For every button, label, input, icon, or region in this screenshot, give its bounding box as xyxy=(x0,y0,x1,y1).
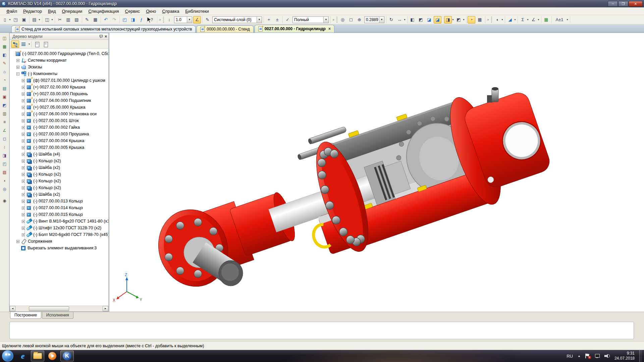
kompas-3d-taskbar-icon[interactable]: K xyxy=(60,351,74,361)
panel-tool-3-icon[interactable]: ◧ xyxy=(1,51,9,59)
menu-1[interactable]: Файл xyxy=(3,8,20,14)
expand-icon[interactable]: + xyxy=(22,220,25,223)
viewport-3d[interactable]: Z X Y xyxy=(109,33,644,312)
toolbar-overflow-chevron[interactable]: » xyxy=(486,16,490,23)
expand-icon[interactable]: + xyxy=(22,173,25,176)
close-panel-icon[interactable]: × xyxy=(105,35,107,38)
tree-horizontal-scrollbar[interactable]: ◄ ► xyxy=(10,306,108,311)
panel-tool-5-icon[interactable]: ⌂ xyxy=(1,68,9,76)
tree-item[interactable]: +(-) 0027.06.00.000 Установка оси xyxy=(10,111,108,117)
expand-icon[interactable]: + xyxy=(22,113,25,116)
toolbar-overflow-chevron[interactable]: » xyxy=(158,16,162,23)
cs-settings-button[interactable]: ± xyxy=(273,16,281,23)
expand-icon[interactable]: + xyxy=(22,160,25,163)
expand-icon[interactable]: + xyxy=(22,139,25,142)
start-button[interactable] xyxy=(2,350,13,362)
chevron-down-icon[interactable]: ▼ xyxy=(257,17,262,23)
menu-5[interactable]: Спецификация xyxy=(85,8,122,14)
tree-item[interactable]: +(-) Шайба (x4) xyxy=(10,151,108,158)
panel-tool-13-icon[interactable]: ◻ xyxy=(1,135,9,143)
scroll-left-icon[interactable]: ◄ xyxy=(10,306,15,311)
copy-properties-button[interactable]: ✎ xyxy=(83,16,91,23)
panel-tool-6-icon[interactable]: ◔ xyxy=(1,76,9,84)
tree-item[interactable]: +(-) Кольцо (x2) xyxy=(10,184,108,191)
panel-tool-4-icon[interactable]: ✎ xyxy=(1,59,9,67)
expand-icon[interactable]: + xyxy=(22,186,25,189)
close-button[interactable]: ✕ xyxy=(629,1,643,7)
tree-item[interactable]: +(-) Шайба (x2) xyxy=(10,164,108,171)
clock[interactable]: 9:31 24.07.2018 xyxy=(614,351,635,361)
panel-tool-1-icon[interactable]: ◫ xyxy=(1,34,9,42)
expand-icon[interactable]: + xyxy=(22,126,25,129)
volume-icon[interactable] xyxy=(604,354,610,358)
open-button[interactable]: ◳ xyxy=(12,16,19,23)
expand-icon[interactable]: + xyxy=(16,59,19,62)
panel-tool-14-icon[interactable]: ↕ xyxy=(1,143,9,151)
hide-objects-button[interactable]: ◖ xyxy=(493,16,501,23)
surfaces-button[interactable]: ◢ xyxy=(506,16,514,23)
section-display-button[interactable]: ◔ xyxy=(468,16,475,23)
panel-tool-7-icon[interactable]: ▤ xyxy=(1,84,9,93)
sketch-plane-button[interactable]: ✎ xyxy=(204,16,211,23)
expand-icon[interactable]: + xyxy=(22,153,25,156)
new-button[interactable]: ▯ xyxy=(1,16,9,23)
expand-icon[interactable]: + xyxy=(22,193,25,196)
chevron-down-icon[interactable]: ▾ xyxy=(403,18,406,21)
copy-button[interactable]: ▥ xyxy=(64,16,72,23)
tree-item[interactable]: −(-) Компоненты xyxy=(10,70,108,77)
expand-icon[interactable]: + xyxy=(22,206,25,209)
expand-icon[interactable]: + xyxy=(22,133,25,136)
panel-tool-15-icon[interactable]: ◨ xyxy=(1,152,9,160)
paste-button[interactable]: ▧ xyxy=(73,16,80,23)
report-doc-button[interactable] xyxy=(33,41,41,48)
menu-9[interactable]: Библиотеки xyxy=(182,8,212,14)
layer-combo[interactable]: Системный слой (0)▼ xyxy=(212,16,262,23)
expand-icon[interactable]: + xyxy=(22,213,25,216)
chevron-down-icon[interactable]: ▾ xyxy=(501,18,504,21)
detail-combo[interactable]: Полный▼ xyxy=(292,16,329,23)
spec-editor-button[interactable]: ▦ xyxy=(92,16,99,23)
expand-icon[interactable]: + xyxy=(22,86,25,89)
panel-tool-9-icon[interactable]: ◩ xyxy=(1,101,9,109)
mass-properties-button[interactable]: Σ xyxy=(519,16,527,23)
local-cs-button[interactable]: + xyxy=(265,16,273,23)
step-combo[interactable]: 1.0▼ xyxy=(174,16,192,23)
network-icon[interactable] xyxy=(594,354,600,358)
scrollbar-thumb[interactable] xyxy=(29,306,69,311)
action-center-icon[interactable]: × xyxy=(585,354,590,358)
zoom-combo[interactable]: 0.2889▼ xyxy=(364,16,384,23)
toolbar-grip[interactable] xyxy=(336,17,337,23)
chevron-down-icon[interactable]: ▾ xyxy=(451,18,454,21)
pan-button[interactable]: ↔ xyxy=(396,16,404,23)
panel-tool-17-icon[interactable]: ▧ xyxy=(1,168,9,176)
print-button[interactable]: ▤ xyxy=(31,16,38,23)
menu-3[interactable]: Вид xyxy=(45,8,59,14)
shaded-button[interactable]: ◪ xyxy=(434,16,441,23)
tree-item[interactable]: +(-) 0027.04.00.000 Подшипник xyxy=(10,97,108,104)
hydraulic-cylinder-render[interactable]: Z X Y xyxy=(109,33,644,312)
expand-icon[interactable]: + xyxy=(22,200,25,203)
panel-tool-12-icon[interactable]: ∠ xyxy=(1,126,9,134)
chevron-down-icon[interactable]: ▾ xyxy=(462,18,465,21)
orient-iso-button[interactable]: ◪ xyxy=(425,16,433,23)
tree-item[interactable]: +Эскизы xyxy=(10,64,108,70)
refresh-image-button[interactable]: ↻ xyxy=(387,16,395,23)
large-assembly-button[interactable]: ▦ xyxy=(476,16,484,23)
text_height-button[interactable]: A±1 xyxy=(553,16,566,23)
chevron-down-icon[interactable]: ▾ xyxy=(514,18,517,21)
tree-item[interactable]: (-) 0027.00.00.000 Гидроцилиндр (Тел-0, … xyxy=(10,50,108,57)
menu-7[interactable]: Окно xyxy=(143,8,159,14)
maximize-button[interactable]: ❒ xyxy=(618,1,628,7)
expand-icon[interactable]: + xyxy=(22,233,25,236)
expand-icon[interactable]: + xyxy=(22,119,25,122)
tree-item[interactable]: +(-) 0027.00.00.001 Шток xyxy=(10,117,108,124)
menu-6[interactable]: Сервис xyxy=(122,8,143,14)
windows-explorer-icon[interactable] xyxy=(31,351,44,361)
expand-icon[interactable]: + xyxy=(22,93,25,96)
tree-item[interactable]: +(-) 0027.00.00.013 Кольцо xyxy=(10,198,108,204)
rebuild-doc-button[interactable] xyxy=(42,41,50,48)
redo-button[interactable]: ↷ xyxy=(110,16,118,23)
tree-item[interactable]: +(-) 0027.00.00.003 Проушина xyxy=(10,131,108,137)
chevron-down-icon[interactable]: ▼ xyxy=(187,17,192,23)
cylinder-model[interactable] xyxy=(148,67,558,306)
